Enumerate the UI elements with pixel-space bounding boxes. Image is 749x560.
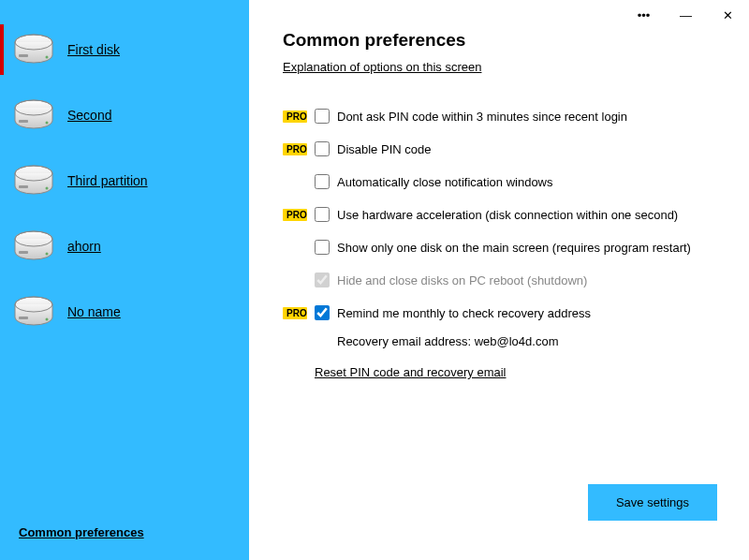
pro-badge: PRO — [283, 143, 307, 155]
close-button[interactable]: ✕ — [707, 0, 749, 30]
disk-label[interactable]: ahorn — [67, 239, 101, 254]
disk-icon — [13, 164, 54, 198]
more-button[interactable]: ••• — [623, 0, 665, 30]
option-row: PRODont ask PIN code within 3 minutes si… — [283, 100, 717, 132]
option-row: Show only one disk on the main screen (r… — [283, 231, 717, 263]
option-label: Use hardware acceleration (disk connecti… — [337, 208, 678, 222]
watermark-text: LO4D.com — [662, 538, 740, 553]
option-label: Automatically close notification windows — [337, 175, 553, 189]
svg-rect-11 — [19, 185, 28, 188]
titlebar: ••• — ✕ — [623, 0, 749, 30]
sidebar-disk-item[interactable]: Second — [0, 82, 249, 148]
disk-icon — [13, 229, 54, 263]
pro-badge: PRO — [283, 111, 307, 123]
option-checkbox — [315, 273, 330, 287]
svg-point-14 — [46, 253, 49, 256]
common-preferences-link[interactable]: Common preferences — [19, 525, 144, 539]
sidebar-disk-item[interactable]: ahorn — [0, 214, 249, 279]
recovery-email-text: Recovery email address: web@lo4d.com — [283, 334, 717, 348]
option-checkbox[interactable] — [315, 109, 330, 124]
disk-label[interactable]: Third partition — [67, 173, 148, 188]
save-settings-button[interactable]: Save settings — [588, 484, 717, 521]
minimize-button[interactable]: — — [665, 0, 707, 30]
option-label: Remind me monthly to check recovery addr… — [337, 306, 591, 320]
svg-rect-19 — [19, 317, 28, 319]
disk-label[interactable]: Second — [67, 108, 111, 123]
svg-point-18 — [46, 318, 49, 321]
disk-label[interactable]: First disk — [67, 42, 120, 57]
option-label: Show only one disk on the main screen (r… — [337, 241, 691, 255]
sidebar-disk-item[interactable]: First disk — [0, 17, 249, 82]
watermark-icon: ↻ — [638, 536, 656, 554]
option-checkbox[interactable] — [315, 207, 330, 222]
svg-rect-3 — [19, 54, 28, 57]
option-checkbox[interactable] — [315, 141, 330, 156]
disk-icon — [13, 295, 54, 329]
pro-badge: PRO — [283, 209, 307, 221]
option-row: PRODisable PIN code — [283, 133, 717, 165]
option-row: PROUse hardware acceleration (disk conne… — [283, 199, 717, 230]
option-label: Disable PIN code — [337, 142, 431, 156]
page-title: Common preferences — [283, 30, 717, 51]
option-label: Hide and close disks on PC reboot (shutd… — [337, 273, 587, 287]
svg-point-6 — [46, 122, 49, 125]
option-row: Automatically close notification windows — [283, 166, 717, 198]
option-checkbox[interactable] — [315, 174, 330, 189]
disk-label[interactable]: No name — [67, 304, 121, 319]
app-window: ••• — ✕ First disk — [0, 0, 749, 560]
sidebar-disk-item[interactable]: Third partition — [0, 148, 249, 214]
main-panel: Common preferences Explanation of option… — [249, 0, 749, 560]
watermark: ↻ LO4D.com — [638, 536, 740, 554]
option-row: PRORemind me monthly to check recovery a… — [283, 297, 717, 329]
explanation-link[interactable]: Explanation of options on this screen — [283, 60, 481, 74]
pro-badge: PRO — [283, 307, 307, 319]
sidebar: First disk Second Third partition — [0, 0, 249, 560]
option-row: Hide and close disks on PC reboot (shutd… — [283, 264, 717, 296]
svg-point-10 — [46, 187, 49, 190]
svg-point-2 — [46, 56, 49, 59]
sidebar-disk-item[interactable]: No name — [0, 279, 249, 345]
option-checkbox[interactable] — [315, 305, 330, 320]
sidebar-footer: Common preferences — [19, 525, 144, 539]
disk-icon — [13, 98, 54, 132]
svg-rect-15 — [19, 251, 28, 254]
disk-icon — [13, 33, 54, 66]
option-checkbox[interactable] — [315, 240, 330, 255]
reset-pin-link[interactable]: Reset PIN code and recovery email — [283, 365, 506, 379]
option-label: Dont ask PIN code within 3 minutes since… — [337, 110, 627, 124]
svg-rect-7 — [19, 120, 28, 123]
